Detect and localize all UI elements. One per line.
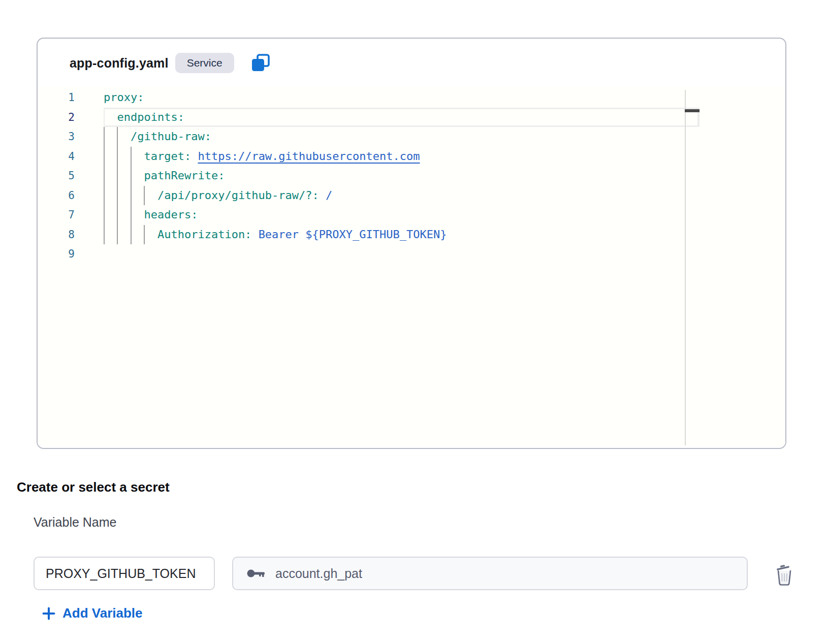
card-header: app-config.yaml Service <box>38 39 785 87</box>
indent-guide <box>104 127 117 147</box>
line-number: 6 <box>38 186 75 206</box>
indent-guide <box>131 147 144 167</box>
line-number: 3 <box>38 127 75 147</box>
line-content: proxy: <box>75 88 785 108</box>
indent-guide <box>117 205 130 225</box>
variable-name-label: Variable Name <box>34 515 117 530</box>
indent-guide <box>131 166 144 186</box>
indent-guide <box>104 225 117 245</box>
indent-guide <box>144 186 157 206</box>
indent-guide <box>117 186 130 206</box>
line-number: 9 <box>38 244 75 264</box>
plus-icon <box>42 606 56 621</box>
page: app-config.yaml Service 1proxy:2endpoint… <box>0 0 827 644</box>
code-token: headers: <box>144 208 198 221</box>
code-token <box>319 189 326 202</box>
code-token: endpoints: <box>117 111 184 123</box>
indent-guide <box>144 225 157 245</box>
add-variable-button[interactable]: Add Variable <box>42 605 143 621</box>
indent-guide <box>131 205 144 225</box>
indent-guide <box>131 186 144 206</box>
copy-icon <box>250 53 271 73</box>
code-line[interactable]: 6/api/proxy/github-raw/?: / <box>38 186 785 206</box>
line-number: 1 <box>38 88 75 108</box>
active-line-highlight: endpoints: <box>104 108 699 127</box>
indent-guide <box>117 147 130 167</box>
line-number: 2 <box>38 108 75 127</box>
code-token <box>191 150 198 163</box>
indent-guide <box>117 225 130 245</box>
indent-guide <box>117 166 130 186</box>
variable-name-input[interactable] <box>34 557 215 590</box>
line-number: 8 <box>38 225 75 245</box>
line-content: /github-raw: <box>75 127 785 147</box>
code-line[interactable]: 1proxy: <box>38 88 785 108</box>
code-token: Authorization: <box>157 228 251 241</box>
indent-guide <box>131 225 144 245</box>
code-line[interactable]: 4target: https://raw.githubusercontent.c… <box>38 147 785 167</box>
trash-icon <box>774 563 794 586</box>
secret-select[interactable]: account.gh_pat <box>232 557 748 590</box>
code-token: Bearer ${PROXY_GITHUB_TOKEN} <box>259 228 447 241</box>
indent-guide <box>104 147 117 167</box>
code-token: /api/proxy/github-raw/?: <box>157 189 319 202</box>
line-content: endpoints: <box>75 108 785 127</box>
indent-guide <box>104 186 117 206</box>
line-content: headers: <box>75 205 785 225</box>
line-number: 7 <box>38 205 75 225</box>
code-token: proxy: <box>104 91 144 104</box>
code-line[interactable]: 8Authorization: Bearer ${PROXY_GITHUB_TO… <box>38 225 785 245</box>
copy-button[interactable] <box>250 53 271 73</box>
add-variable-label: Add Variable <box>62 605 143 621</box>
code-token: /github-raw: <box>131 130 211 143</box>
config-file-card: app-config.yaml Service 1proxy:2endpoint… <box>37 38 786 449</box>
key-icon <box>246 567 266 580</box>
line-content: pathRewrite: <box>75 166 785 186</box>
code-line[interactable]: 9 <box>38 244 785 264</box>
secret-section-heading: Create or select a secret <box>17 479 170 495</box>
line-content: Authorization: Bearer ${PROXY_GITHUB_TOK… <box>75 225 785 245</box>
editor-scrollbar-track <box>685 90 686 445</box>
indent-guide <box>117 127 130 147</box>
line-content: target: https://raw.githubusercontent.co… <box>75 147 785 167</box>
line-content: /api/proxy/github-raw/?: / <box>75 186 785 206</box>
code-line[interactable]: 7headers: <box>38 205 785 225</box>
code-line[interactable]: 3/github-raw: <box>38 127 785 147</box>
line-number: 5 <box>38 166 75 186</box>
delete-variable-button[interactable] <box>772 562 797 587</box>
service-badge: Service <box>175 53 234 73</box>
line-content <box>75 244 785 264</box>
code-token: target: <box>144 150 191 163</box>
code-line[interactable]: 5pathRewrite: <box>38 166 785 186</box>
indent-guide <box>104 205 117 225</box>
code-link[interactable]: https://raw.githubusercontent.com <box>198 150 420 163</box>
file-title: app-config.yaml <box>70 56 169 71</box>
editor-cursor-marker <box>685 109 699 112</box>
secret-select-value: account.gh_pat <box>275 566 362 581</box>
line-number: 4 <box>38 147 75 167</box>
code-line[interactable]: 2endpoints: <box>38 108 785 127</box>
indent-guide <box>104 166 117 186</box>
yaml-code-editor[interactable]: 1proxy:2endpoints:3/github-raw:4target: … <box>38 87 785 445</box>
code-token <box>251 228 258 241</box>
code-token: / <box>326 189 332 202</box>
code-lines: 1proxy:2endpoints:3/github-raw:4target: … <box>38 87 785 264</box>
code-token: pathRewrite: <box>144 169 225 182</box>
